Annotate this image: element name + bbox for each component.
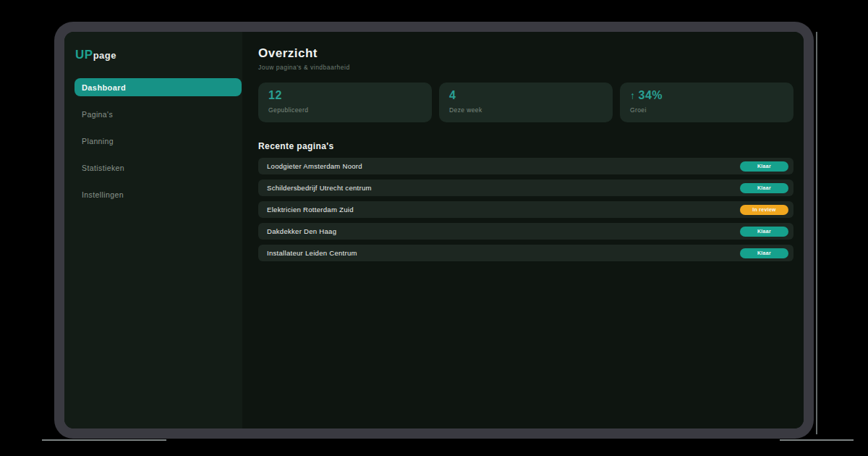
arrow-up-icon: ↑ — [630, 90, 636, 101]
status-badge: Klaar — [740, 248, 788, 258]
recent-pages-list: Loodgieter Amsterdam Noord Klaar Schilde… — [258, 158, 793, 261]
sidebar-item-label: Instellingen — [82, 190, 124, 199]
status-badge: In review — [740, 205, 788, 215]
stat-value: ↑34% — [630, 89, 783, 102]
status-badge: Klaar — [740, 227, 788, 237]
sidebar-item-statistieken[interactable]: Statistieken — [75, 159, 238, 177]
sidebar-item-paginas[interactable]: Pagina's — [75, 105, 238, 123]
app-window: UPpage Dashboard Pagina's Planning Stati… — [54, 22, 814, 439]
status-badge: Klaar — [740, 183, 788, 193]
stat-label: Groei — [630, 106, 783, 114]
page-row-title: Loodgieter Amsterdam Noord — [267, 162, 362, 170]
logo-prefix: UP — [75, 48, 93, 62]
sidebar-item-label: Pagina's — [82, 110, 113, 119]
page-row[interactable]: Installateur Leiden Centrum Klaar — [258, 245, 793, 261]
page-row-title: Schildersbedrijf Utrecht centrum — [267, 184, 372, 192]
stat-card-gepubliceerd: 12 Gepubliceerd — [258, 83, 432, 122]
main-content: Overzicht Jouw pagina's & vindbaarheid 1… — [242, 32, 804, 428]
sidebar-item-planning[interactable]: Planning — [75, 132, 238, 150]
sidebar-nav: Dashboard Pagina's Planning Statistieken… — [75, 78, 238, 203]
stat-value: 12 — [268, 89, 422, 102]
sidebar-item-dashboard[interactable]: Dashboard — [75, 78, 242, 96]
logo-suffix: page — [93, 50, 116, 61]
stat-value: 4 — [449, 89, 603, 102]
sidebar-item-label: Dashboard — [82, 83, 126, 92]
page-row-title: Elektricien Rotterdam Zuid — [267, 206, 354, 214]
page-row[interactable]: Elektricien Rotterdam Zuid In review — [258, 201, 793, 218]
stat-card-deze-week: 4 Deze week — [439, 83, 613, 122]
frame-glare-line — [42, 439, 166, 441]
sidebar-item-label: Statistieken — [82, 164, 124, 172]
stat-cards: 12 Gepubliceerd 4 Deze week ↑34% Groei — [258, 83, 793, 122]
page-row[interactable]: Loodgieter Amsterdam Noord Klaar — [258, 158, 793, 174]
app-surface: UPpage Dashboard Pagina's Planning Stati… — [64, 32, 804, 428]
page-subtitle: Jouw pagina's & vindbaarheid — [258, 64, 793, 71]
sidebar: UPpage Dashboard Pagina's Planning Stati… — [64, 32, 242, 428]
page-title: Overzicht — [258, 46, 793, 61]
status-badge: Klaar — [740, 161, 788, 172]
sidebar-item-label: Planning — [82, 137, 114, 145]
stat-label: Deze week — [449, 106, 603, 114]
recent-pages-heading: Recente pagina's — [258, 141, 793, 151]
frame-glare-line — [780, 439, 854, 441]
page-row-title: Installateur Leiden Centrum — [267, 249, 357, 257]
stat-card-groei: ↑34% Groei — [620, 83, 793, 122]
sidebar-item-instellingen[interactable]: Instellingen — [75, 185, 238, 203]
frame-glare-line — [816, 32, 817, 434]
page-row-title: Dakdekker Den Haag — [267, 227, 336, 235]
stat-value-text: 34% — [639, 89, 663, 101]
stat-label: Gepubliceerd — [268, 106, 422, 114]
page-row[interactable]: Dakdekker Den Haag Klaar — [258, 223, 793, 240]
app-logo: UPpage — [75, 48, 238, 62]
page-row[interactable]: Schildersbedrijf Utrecht centrum Klaar — [258, 180, 793, 196]
stage: UPpage Dashboard Pagina's Planning Stati… — [0, 0, 868, 456]
